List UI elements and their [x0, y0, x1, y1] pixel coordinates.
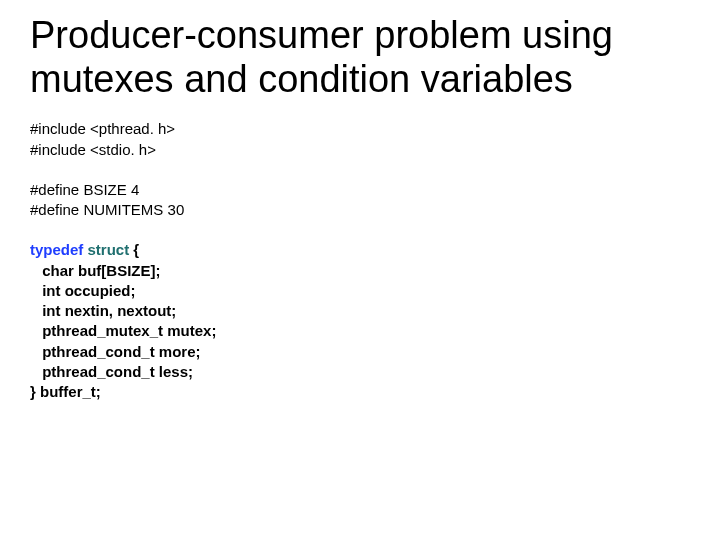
struct-block: typedef struct { char buf[BSIZE]; int oc… — [30, 240, 690, 402]
code-line: #include <stdio. h> — [30, 140, 690, 160]
code-line: int occupied; — [30, 281, 690, 301]
code-line: typedef struct { — [30, 240, 690, 260]
code-line: #define BSIZE 4 — [30, 180, 690, 200]
code-line: char buf[BSIZE]; — [30, 261, 690, 281]
slide-title: Producer-consumer problem using mutexes … — [30, 14, 690, 101]
brace-open: { — [129, 241, 139, 258]
include-block: #include <pthread. h> #include <stdio. h… — [30, 119, 690, 160]
code-line: pthread_mutex_t mutex; — [30, 321, 690, 341]
code-line: int nextin, nextout; — [30, 301, 690, 321]
code-line: pthread_cond_t more; — [30, 342, 690, 362]
define-block: #define BSIZE 4 #define NUMITEMS 30 — [30, 180, 690, 221]
code-line: #define NUMITEMS 30 — [30, 200, 690, 220]
code-line: #include <pthread. h> — [30, 119, 690, 139]
code-line: } buffer_t; — [30, 382, 690, 402]
keyword-typedef: typedef — [30, 241, 83, 258]
code-line: pthread_cond_t less; — [30, 362, 690, 382]
keyword-struct: struct — [88, 241, 130, 258]
